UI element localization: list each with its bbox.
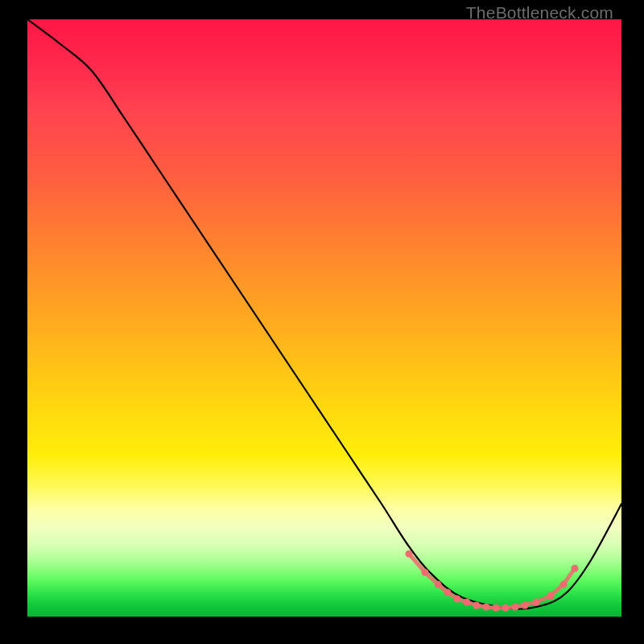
- data-dot: [406, 551, 413, 558]
- data-dot: [473, 602, 481, 609]
- data-dot: [560, 581, 568, 588]
- data-dot: [502, 605, 510, 612]
- data-dot: [572, 565, 579, 572]
- data-dot: [444, 589, 452, 597]
- data-dot: [483, 604, 490, 611]
- dot-connector: [409, 554, 575, 608]
- data-dot: [493, 605, 500, 612]
- data-dot: [454, 596, 461, 603]
- data-dot: [533, 599, 540, 606]
- data-dot: [522, 602, 529, 609]
- data-dot: [512, 604, 519, 611]
- data-dot: [435, 581, 442, 588]
- chart-svg: [27, 19, 621, 617]
- data-dot: [547, 592, 555, 600]
- data-dot: [464, 599, 471, 606]
- main-curve: [27, 19, 621, 609]
- main-curve-group: [27, 19, 621, 609]
- chart-frame: [27, 19, 621, 617]
- watermark-text: TheBottleneck.com: [466, 3, 613, 23]
- data-dot: [422, 569, 429, 576]
